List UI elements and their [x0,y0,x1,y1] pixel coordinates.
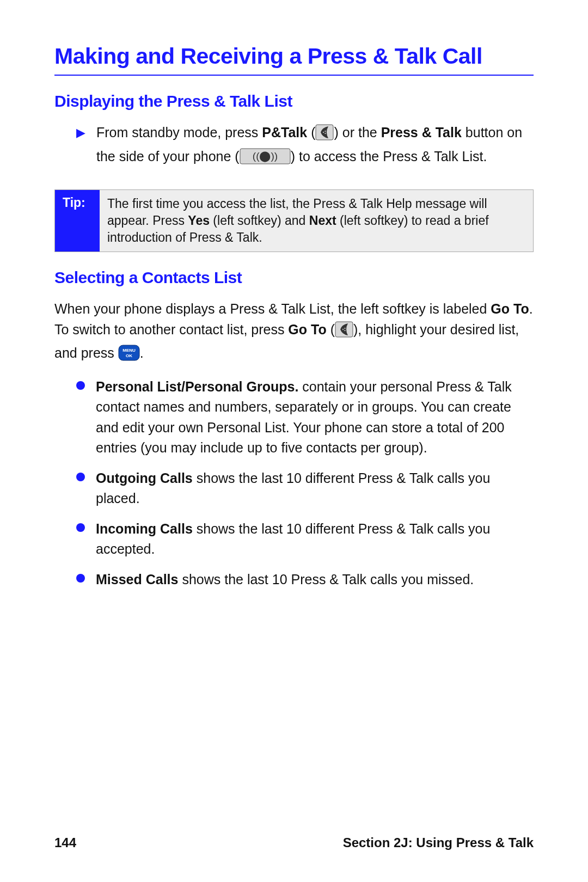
text-bold: Next [309,213,336,228]
heading-selecting: Selecting a Contacts List [54,268,534,287]
svg-text:((⬤)): ((⬤)) [253,150,278,162]
list-item: Personal List/Personal Groups. contain y… [76,377,534,458]
svg-point-9 [344,329,345,330]
svg-point-7 [342,328,344,329]
svg-text:OK: OK [126,353,132,358]
text: ( [307,125,315,140]
side-button-icon: ((⬤)) [240,148,291,170]
text: ) or the [334,125,381,140]
svg-text:MENU: MENU [122,348,136,353]
list-item: Missed Calls shows the last 10 Press & T… [76,569,534,590]
tip-content: The first time you access the list, the … [100,190,533,252]
text: . [140,345,144,360]
paragraph: When your phone displays a Press & Talk … [54,299,534,367]
text-bold: Press & Talk [381,125,462,140]
text: When your phone displays a Press & Talk … [54,301,491,316]
heading-display-list: Displaying the Press & Talk List [54,92,534,111]
text: (left softkey) and [210,213,309,228]
list-item: Incoming Calls shows the last 10 differe… [76,519,534,560]
ptalk-softkey-icon [335,321,353,344]
page-title: Making and Receiving a Press & Talk Call [54,44,534,76]
svg-point-3 [325,133,326,134]
text: From standby mode, press [96,125,262,140]
tip-box: Tip: The first time you access the list,… [54,189,534,252]
svg-point-1 [323,132,324,133]
text-bold: Incoming Calls [96,521,193,536]
svg-point-2 [325,131,326,132]
text-bold: Outgoing Calls [96,470,193,486]
ptalk-softkey-icon [315,124,334,146]
text-bold: Personal List/Personal Groups. [96,379,298,394]
menu-ok-key-icon: MENU OK [118,345,140,367]
page-number: 144 [54,835,76,850]
text-bold: P&Talk [262,125,307,140]
text: shows the last 10 Press & Talk calls you… [178,572,474,587]
text: ) to access the Press & Talk List. [291,149,487,164]
contacts-list-options: Personal List/Personal Groups. contain y… [76,377,534,590]
text-bold: Go To [288,322,326,337]
text-bold: Yes [188,213,210,228]
text-bold: Go To [491,301,529,316]
section-label: Section 2J: Using Press & Talk [343,835,534,850]
triangle-bullet-icon: ▶ [76,122,85,143]
svg-point-8 [344,327,345,328]
text: ( [327,322,335,337]
page-footer: 144 Section 2J: Using Press & Talk [54,835,534,850]
list-item: Outgoing Calls shows the last 10 differe… [76,468,534,509]
step-row: ▶ From standby mode, press P&Talk ( ) or… [76,122,534,170]
tip-label: Tip: [55,190,100,252]
step-text: From standby mode, press P&Talk ( ) or t… [96,122,534,170]
text-bold: Missed Calls [96,572,178,587]
